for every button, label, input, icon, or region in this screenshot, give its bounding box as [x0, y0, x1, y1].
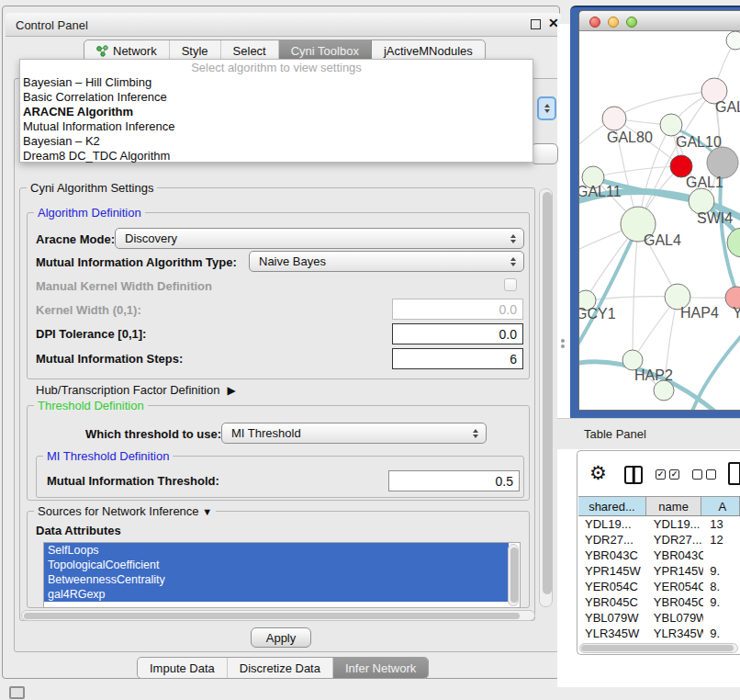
node-label: GAL1 [686, 175, 723, 190]
mi-threshold-input[interactable] [388, 470, 520, 491]
tab-cyni-toolbox[interactable]: Cyni Toolbox [279, 40, 372, 61]
algorithm-dropdown-items: Bayesian – Hill ClimbingBasic Correlatio… [20, 75, 533, 164]
table-select-fragment[interactable] [531, 143, 558, 164]
table-cell: 9. [703, 626, 740, 641]
table-settings-gear-icon[interactable]: ⚙ [589, 462, 607, 484]
dpi-tolerance-input[interactable] [392, 323, 523, 344]
data-attribute-item[interactable]: BetweennessCentrality [44, 572, 509, 587]
node-label: HAP4 [680, 305, 719, 321]
network-node[interactable] [602, 107, 626, 130]
tab-network[interactable]: Network [84, 40, 170, 61]
table-cell: YDR27... [647, 532, 703, 548]
settings-horizontal-scrollbar[interactable] [21, 610, 535, 621]
node-label: GAL10 [676, 134, 722, 150]
table-cell: YBR043C [578, 548, 647, 563]
tab-label: Network [113, 44, 157, 58]
deselect-all-columns-icon[interactable] [692, 469, 716, 480]
algorithm-definition-label: Algorithm Definition [34, 206, 145, 220]
algorithm-option[interactable]: Mutual Information Inference [20, 119, 533, 134]
data-attribute-item[interactable]: gal4RGexp [44, 587, 509, 602]
mi-type-label: Mutual Information Algorithm Type: [36, 255, 237, 269]
column-header-name[interactable]: name [646, 497, 701, 515]
table-row[interactable]: YER054CYER054C8. [578, 579, 740, 594]
stepper-icon [473, 429, 478, 438]
tab-style[interactable]: Style [170, 40, 221, 61]
network-node[interactable] [726, 31, 740, 50]
threshold-definition-label: Threshold Definition [34, 399, 148, 412]
kernel-width-input[interactable] [392, 299, 523, 320]
table-function-icon[interactable] [728, 462, 740, 485]
table-panel-title: Table Panel [584, 427, 646, 441]
table-columns-icon[interactable] [624, 466, 643, 484]
network-canvas[interactable]: GALGAL80GAL10GAL1GAL11SWI4GAL4GCY1HAP4YH… [579, 31, 740, 411]
mi-threshold-label: Mutual Information Threshold: [47, 474, 219, 488]
table-row[interactable]: YPR145WYPR145W9. [578, 563, 740, 579]
mi-type-select[interactable]: Naive Bayes [249, 251, 524, 272]
minimize-window-icon[interactable] [608, 17, 619, 28]
table-cell: YER054C [578, 579, 647, 594]
settings-vertical-scrollbar[interactable] [539, 188, 553, 607]
algorithm-option[interactable]: Dream8 DC_TDC Algorithm [20, 149, 533, 164]
expand-right-icon: ▶ [227, 384, 235, 397]
dpi-tolerance-label: DPI Tolerance [0,1]: [36, 327, 146, 341]
table-row[interactable]: YBL079WYBL079W [578, 610, 740, 626]
table-row[interactable]: YLR345WYLR345W9. [578, 626, 740, 641]
table-header-row: shared... name A [578, 496, 740, 516]
node-label: GCY1 [579, 306, 616, 322]
tab-infer-network[interactable]: Infer Network [333, 658, 428, 678]
network-icon [96, 45, 108, 57]
node-label: HAP2 [634, 367, 673, 383]
zoom-window-icon[interactable] [626, 17, 637, 28]
close-window-icon[interactable] [589, 17, 600, 28]
network-window-titlebar[interactable] [579, 11, 740, 31]
table-row[interactable]: YBR043CYBR043C [578, 548, 740, 563]
table-horizontal-scrollbar-thumb[interactable] [581, 645, 734, 651]
tab-discretize-data[interactable]: Discretize Data [228, 658, 333, 678]
table-row[interactable]: YBR045CYBR045C9. [578, 594, 740, 610]
data-attribute-item[interactable]: TopologicalCoefficient [44, 558, 509, 572]
table-cell: YLR345W [578, 626, 647, 641]
network-node[interactable] [654, 380, 674, 401]
control-panel-window: Control Panel ✕ NetworkStyleSelectCyni T… [2, 6, 560, 679]
control-panel-titlebar [6, 13, 561, 37]
data-attribute-item[interactable]: SelfLoops [44, 543, 509, 558]
float-panel-icon[interactable] [531, 19, 541, 29]
tab-jactivemnodules[interactable]: jActiveMNodules [372, 40, 485, 61]
network-node[interactable] [727, 228, 740, 257]
table-cell: YBL079W [647, 610, 703, 626]
mi-steps-input[interactable] [392, 348, 523, 369]
table-row[interactable]: YDL19...YDL19...13 [578, 516, 740, 532]
network-node[interactable] [660, 114, 682, 136]
which-threshold-value: MI Threshold [231, 426, 301, 440]
hub-definition-toggle[interactable]: Hub/Transcription Factor Definition▶ [36, 383, 236, 397]
kernel-width-label: Kernel Width (0,1): [36, 303, 141, 317]
sources-group-label[interactable]: Sources for Network Inference ▼ [34, 504, 216, 518]
table-cell: 9. [703, 563, 740, 579]
manual-kernel-checkbox[interactable] [504, 278, 517, 291]
which-threshold-select[interactable]: MI Threshold [221, 423, 487, 444]
algorithm-option[interactable]: Bayesian – K2 [20, 134, 533, 149]
column-header-shared-name[interactable]: shared... [578, 497, 646, 515]
inference-algorithm-select-fragment[interactable] [537, 96, 556, 120]
algorithm-option[interactable]: ARACNE Algorithm [20, 105, 533, 119]
panel-divider-handle[interactable] [561, 339, 566, 349]
tab-select[interactable]: Select [221, 40, 279, 61]
algorithm-option[interactable]: Bayesian – Hill Climbing [20, 75, 533, 90]
apply-button[interactable]: Apply [251, 627, 311, 648]
column-header-partial[interactable]: A [701, 497, 740, 515]
select-all-columns-icon[interactable]: ✓✓ [656, 469, 679, 480]
sources-title: Sources for Network Inference [38, 504, 199, 518]
table-cell: YDR27... [578, 532, 647, 548]
expand-down-icon: ▼ [202, 506, 212, 517]
table-row[interactable]: YDR27...YDR27...12 [578, 532, 740, 548]
aracne-mode-select[interactable]: Discovery [115, 228, 524, 249]
hub-definition-label: Hub/Transcription Factor Definition [36, 383, 219, 397]
attributes-list-scrollbar[interactable] [508, 544, 519, 606]
network-node[interactable] [707, 147, 738, 178]
data-attributes-list[interactable]: SelfLoopsTopologicalCoefficientBetweenne… [43, 542, 521, 608]
tab-impute-data[interactable]: Impute Data [138, 658, 228, 678]
tab-label: Select [233, 44, 266, 58]
collapsed-panel-icon[interactable] [9, 686, 25, 699]
algorithm-option[interactable]: Basic Correlation Inference [20, 90, 533, 105]
control-panel-title: Control Panel [16, 18, 88, 32]
